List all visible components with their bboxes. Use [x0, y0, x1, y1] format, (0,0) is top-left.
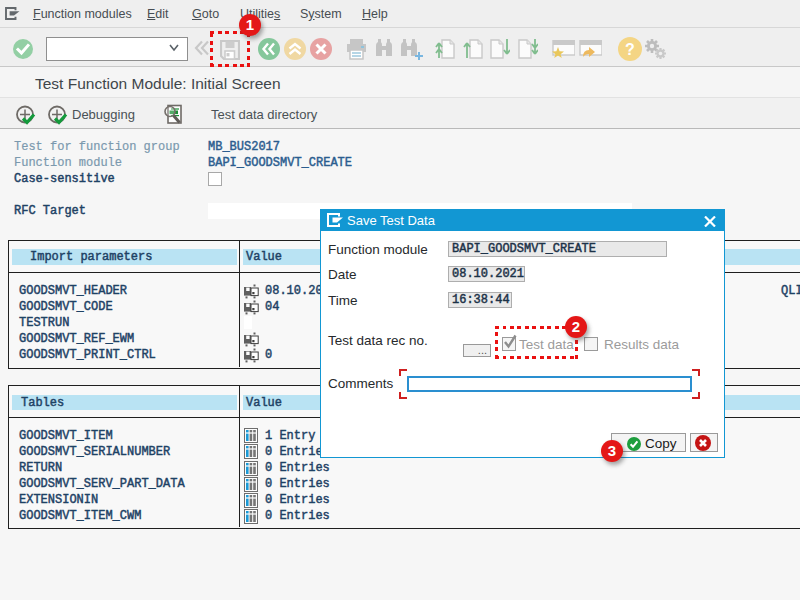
- svg-text:?: ?: [625, 41, 635, 58]
